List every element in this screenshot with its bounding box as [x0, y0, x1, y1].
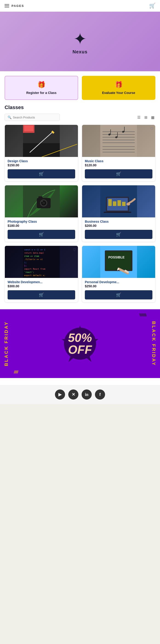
search-icon: 🔍: [8, 116, 12, 119]
grid-view-icon[interactable]: ⊞: [143, 114, 148, 120]
business-class-image: [82, 185, 155, 218]
bf-right-container: BLACK FRIDAY: [151, 309, 156, 378]
product-heart-business[interactable]: ♡: [150, 187, 153, 192]
action-buttons-row: 🎁 Register for a Class 🎁 Evaluate Your C…: [5, 71, 155, 104]
footer: ▶ ✕ in f: [0, 385, 160, 404]
product-card-webdev: const x = () => { return data.map( item …: [5, 246, 78, 302]
product-image-design: ♡: [5, 125, 78, 157]
add-to-cart-photography[interactable]: 🛒: [8, 230, 75, 239]
svg-text:return data.map(: return data.map(: [24, 252, 44, 254]
webdev-class-name: Website Developmen...: [8, 280, 75, 284]
svg-rect-49: [106, 252, 131, 270]
svg-rect-33: [117, 200, 121, 206]
product-image-music: ♡: [82, 125, 155, 157]
product-info-personal: Personal Developme... $250.00 🛒: [82, 278, 155, 302]
svg-text:);: );: [24, 262, 27, 264]
svg-text:export default x;: export default x;: [24, 274, 45, 276]
classes-section-title: Classes: [5, 104, 155, 110]
product-info-photography: Photography Class $180.00 🛒: [5, 218, 78, 242]
bf-star-container: 50% OFF: [59, 323, 101, 364]
header-title: PAGES: [12, 4, 24, 8]
bf-left-container: BLACK FRIDAY: [4, 309, 9, 378]
search-wrapper[interactable]: 🔍: [5, 114, 60, 121]
music-class-image: [82, 125, 155, 157]
add-to-cart-personal[interactable]: 🛒: [85, 290, 152, 300]
product-heart-design[interactable]: ♡: [73, 127, 76, 131]
evaluate-course-button[interactable]: 🎁 Evaluate Your Course: [82, 76, 155, 100]
x-twitter-icon[interactable]: ✕: [68, 390, 78, 400]
personal-class-image: POSSIBLE: [82, 246, 155, 278]
cart-icon[interactable]: 🛒: [149, 3, 155, 9]
svg-text:import React from: import React from: [24, 268, 45, 270]
svg-text:POSSIBLE: POSSIBLE: [108, 256, 125, 259]
photography-class-image: [5, 185, 78, 218]
header: PAGES 🛒: [0, 0, 160, 12]
photography-class-price: $180.00: [8, 224, 75, 228]
youtube-icon[interactable]: ▶: [55, 390, 65, 400]
search-input[interactable]: [13, 116, 57, 119]
svg-point-27: [42, 201, 43, 202]
register-icon: 🎁: [37, 81, 46, 88]
product-info-music: Music Class $120.00 🛒: [82, 157, 155, 181]
hero-section: ✦ Nexus: [0, 12, 160, 71]
personal-class-price: $250.00: [85, 284, 152, 288]
product-image-personal: POSSIBLE ♡: [82, 246, 155, 278]
bf-center: 50% OFF: [59, 323, 101, 364]
svg-rect-23: [38, 196, 43, 199]
svg-rect-1: [23, 143, 60, 157]
hero-star-icon: ✦: [73, 31, 87, 47]
bf-slash-top-right: \\\\\\\\\\: [139, 313, 146, 318]
header-left: PAGES: [5, 4, 24, 8]
product-heart-personal[interactable]: ♡: [150, 248, 153, 252]
svg-rect-31: [108, 199, 112, 206]
linkedin-icon[interactable]: in: [82, 390, 92, 400]
svg-text:.filter(v => v): .filter(v => v): [24, 258, 43, 260]
personal-class-name: Personal Developme...: [85, 280, 152, 284]
product-card-music: ♡ Music Class $120.00 🛒: [82, 125, 155, 182]
add-to-cart-business[interactable]: 🛒: [85, 230, 152, 239]
product-card-design: ♡ Design Class $150.00 🛒: [5, 125, 78, 182]
facebook-icon[interactable]: f: [95, 390, 105, 400]
search-row: 🔍 ☰ ⊞ ▦: [5, 114, 155, 121]
product-image-webdev: const x = () => { return data.map( item …: [5, 246, 78, 278]
product-heart-music[interactable]: ♡: [150, 127, 153, 131]
product-heart-webdev[interactable]: ♡: [73, 248, 76, 252]
add-to-cart-music[interactable]: 🛒: [85, 169, 152, 178]
black-friday-banner: \\\\\\\\\\ ////// BLACK FRIDAY 50% OFF: [0, 309, 160, 378]
product-card-personal: POSSIBLE ♡ Personal Developme... $250.00…: [82, 246, 155, 302]
product-info-design: Design Class $150.00 🛒: [5, 157, 78, 181]
products-grid: ♡ Design Class $150.00 🛒: [5, 125, 155, 302]
webdev-class-price: $300.00: [8, 284, 75, 288]
bf-50off-text: 50% OFF: [59, 332, 101, 356]
bf-right-text: BLACK FRIDAY: [151, 321, 156, 366]
svg-rect-34: [122, 202, 125, 206]
add-to-cart-design[interactable]: 🛒: [8, 169, 75, 178]
business-class-price: $200.00: [85, 224, 152, 228]
list-view-icon[interactable]: ☰: [136, 114, 142, 120]
svg-rect-35: [104, 212, 131, 213]
svg-text:item => item: item => item: [24, 255, 39, 257]
business-class-name: Business Class: [85, 220, 152, 223]
main-content: 🎁 Register for a Class 🎁 Evaluate Your C…: [0, 71, 160, 385]
evaluate-label: Evaluate Your Course: [102, 91, 135, 95]
product-heart-photography[interactable]: ♡: [73, 187, 76, 192]
product-card-photography: ♡ Photography Class $180.00 🛒: [5, 185, 78, 242]
register-label: Register for a Class: [26, 91, 57, 95]
design-class-name: Design Class: [8, 159, 75, 163]
bf-slash-bottom-left: //////: [14, 370, 18, 374]
music-class-name: Music Class: [85, 159, 152, 163]
outer-wrapper: 🎁 Register for a Class 🎁 Evaluate Your C…: [0, 71, 160, 385]
view-icons-group: ☰ ⊞ ▦: [136, 114, 155, 120]
bf-left-text: BLACK FRIDAY: [4, 321, 9, 366]
add-to-cart-webdev[interactable]: 🛒: [8, 290, 75, 300]
design-class-image: [5, 125, 78, 157]
menu-button[interactable]: [5, 4, 9, 7]
product-image-photography: ♡: [5, 185, 78, 218]
product-card-business: ♡ Business Class $200.00 🛒: [82, 185, 155, 242]
register-class-button[interactable]: 🎁 Register for a Class: [5, 76, 78, 100]
svg-text:'react';: 'react';: [24, 271, 34, 273]
svg-point-36: [126, 203, 130, 206]
compact-view-icon[interactable]: ▦: [150, 114, 155, 120]
product-image-business: ♡: [82, 185, 155, 218]
hero-brand-name: Nexus: [72, 49, 87, 54]
